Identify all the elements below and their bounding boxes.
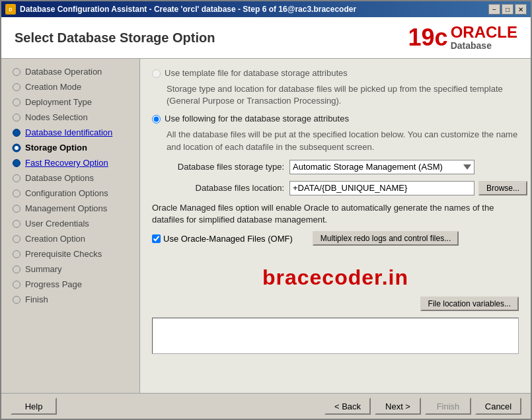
sidebar-icon-nodes-selection <box>12 113 21 122</box>
sidebar-label-nodes-selection: Nodes Selection <box>25 112 88 122</box>
radio-following-description: All the database files will be put at th… <box>167 129 519 153</box>
radio-template-description: Storage type and location for database f… <box>167 83 519 107</box>
sidebar-label-finish: Finish <box>25 295 48 304</box>
oracle-subtitle: Database <box>451 40 492 51</box>
file-location-button[interactable]: File location variables... <box>420 297 519 311</box>
sidebar-label-summary: Summary <box>25 264 62 274</box>
sidebar-label-deployment-type: Deployment Type <box>25 97 92 107</box>
watermark: bracecoder.in <box>152 252 519 297</box>
sidebar-item-progress-page: Progress Page <box>1 277 139 292</box>
close-button[interactable]: ✕ <box>515 4 527 15</box>
sidebar-label-database-operation: Database Operation <box>25 67 102 77</box>
sidebar-icon-creation-mode <box>12 83 21 92</box>
sidebar-icon-deployment-type <box>12 98 21 107</box>
storage-type-select[interactable]: Automatic Storage Management (ASM) File … <box>289 160 475 174</box>
sidebar-item-creation-option: Creation Option <box>1 231 139 246</box>
oracle-logo: 19c ORACLE Database <box>408 24 517 52</box>
location-input[interactable] <box>289 181 475 195</box>
omf-row: Use Oracle-Managed Files (OMF) Multiplex… <box>152 231 519 246</box>
sidebar-icon-configuration-options <box>12 189 21 198</box>
sidebar-item-database-identification[interactable]: Database Identification <box>1 125 139 140</box>
cancel-button[interactable]: Cancel <box>475 398 521 415</box>
storage-type-control: Automatic Storage Management (ASM) File … <box>289 160 475 174</box>
sidebar-item-storage-option: Storage Option <box>1 140 139 155</box>
file-location-row: File location variables... <box>152 297 519 311</box>
sidebar-icon-database-operation <box>12 67 21 77</box>
bottom-textarea[interactable] <box>152 318 519 354</box>
omf-checkbox-label: Use Oracle-Managed Files (OMF) <box>152 234 293 244</box>
radio-template[interactable] <box>152 69 161 78</box>
omf-note: Oracle Managed files option will enable … <box>152 202 519 226</box>
sidebar-icon-finish <box>12 295 21 304</box>
sidebar-icon-database-identification <box>12 128 21 137</box>
main-content: Database Operation Creation Mode Deploym… <box>1 59 531 393</box>
radio-option-following: Use following for the database storage a… <box>152 114 519 123</box>
titlebar-left: D Database Configuration Assistant - Cre… <box>5 4 356 15</box>
app-icon: D <box>5 4 16 15</box>
next-button[interactable]: Next > <box>375 398 421 415</box>
sidebar-item-configuration-options: Configuration Options <box>1 186 139 201</box>
sidebar-icon-progress-page <box>12 280 21 289</box>
header-panel: Select Database Storage Option 19c ORACL… <box>1 17 531 59</box>
back-button[interactable]: < Back <box>324 398 371 415</box>
sidebar-label-database-identification: Database Identification <box>25 127 112 137</box>
sidebar-label-creation-mode: Creation Mode <box>25 82 81 92</box>
oracle-brand-text: ORACLE <box>451 24 517 40</box>
sidebar-label-progress-page: Progress Page <box>25 279 82 289</box>
titlebar-controls: − □ ✕ <box>488 4 527 15</box>
sidebar-icon-prerequisite-checks <box>12 250 21 259</box>
radio-following[interactable] <box>152 115 161 123</box>
sidebar-label-configuration-options: Configuration Options <box>25 188 108 198</box>
location-row: Database files location: Browse... <box>152 181 519 195</box>
radio-option-template: Use template file for database storage a… <box>152 68 519 78</box>
page-title: Select Database Storage Option <box>15 30 215 46</box>
sidebar-label-management-options: Management Options <box>25 203 107 213</box>
content-panel: Use template file for database storage a… <box>140 59 531 393</box>
sidebar-label-creation-option: Creation Option <box>25 234 85 244</box>
sidebar-item-database-options: Database Options <box>1 170 139 186</box>
location-label: Database files location: <box>152 183 284 193</box>
sidebar-icon-user-credentials <box>12 219 21 228</box>
finish-button[interactable]: Finish <box>425 398 471 415</box>
storage-type-label: Database files storage type: <box>152 162 284 172</box>
omf-checkbox[interactable] <box>152 234 161 243</box>
sidebar-icon-management-options <box>12 204 21 213</box>
main-window: D Database Configuration Assistant - Cre… <box>0 0 532 420</box>
sidebar-item-deployment-type: Deployment Type <box>1 94 139 110</box>
sidebar-item-nodes-selection: Nodes Selection <box>1 110 139 125</box>
oracle-version: 19c <box>408 24 448 52</box>
browse-button[interactable]: Browse... <box>478 181 527 195</box>
radio-following-label: Use following for the database storage a… <box>165 114 349 123</box>
sidebar-item-summary: Summary <box>1 262 139 277</box>
sidebar-item-prerequisite-checks: Prerequisite Checks <box>1 246 139 262</box>
sidebar-icon-creation-option <box>12 234 21 244</box>
footer: Help < Back Next > Finish Cancel <box>1 393 531 419</box>
svg-point-3 <box>15 146 19 150</box>
sidebar-icon-storage-option <box>12 143 21 153</box>
minimize-button[interactable]: − <box>488 4 500 15</box>
maximize-button[interactable]: □ <box>502 4 513 15</box>
sidebar-label-database-options: Database Options <box>25 173 94 183</box>
storage-type-row: Database files storage type: Automatic S… <box>152 160 519 174</box>
sidebar-icon-fast-recovery-option <box>12 158 21 168</box>
sidebar-label-prerequisite-checks: Prerequisite Checks <box>25 249 102 259</box>
titlebar: D Database Configuration Assistant - Cre… <box>1 1 531 17</box>
footer-nav-buttons: < Back Next > Finish Cancel <box>324 398 521 415</box>
radio-template-label: Use template file for database storage a… <box>165 68 348 78</box>
sidebar-item-user-credentials: User Credentials <box>1 216 139 231</box>
sidebar: Database Operation Creation Mode Deploym… <box>1 59 140 393</box>
help-button[interactable]: Help <box>11 398 57 415</box>
multiplex-button[interactable]: Multiplex redo logs and control files... <box>313 231 459 246</box>
svg-text:D: D <box>9 7 12 12</box>
sidebar-label-user-credentials: User Credentials <box>25 219 89 228</box>
sidebar-label-fast-recovery-option: Fast Recovery Option <box>25 158 108 168</box>
oracle-brand: ORACLE Database <box>451 24 517 51</box>
sidebar-label-storage-option: Storage Option <box>25 143 87 153</box>
location-control: Browse... <box>289 181 527 195</box>
sidebar-item-fast-recovery-option[interactable]: Fast Recovery Option <box>1 155 139 170</box>
omf-label-text: Use Oracle-Managed Files (OMF) <box>163 234 293 244</box>
sidebar-item-management-options: Management Options <box>1 201 139 216</box>
sidebar-item-finish: Finish <box>1 292 139 307</box>
window-title: Database Configuration Assistant - Creat… <box>20 5 356 14</box>
sidebar-icon-database-options <box>12 174 21 183</box>
